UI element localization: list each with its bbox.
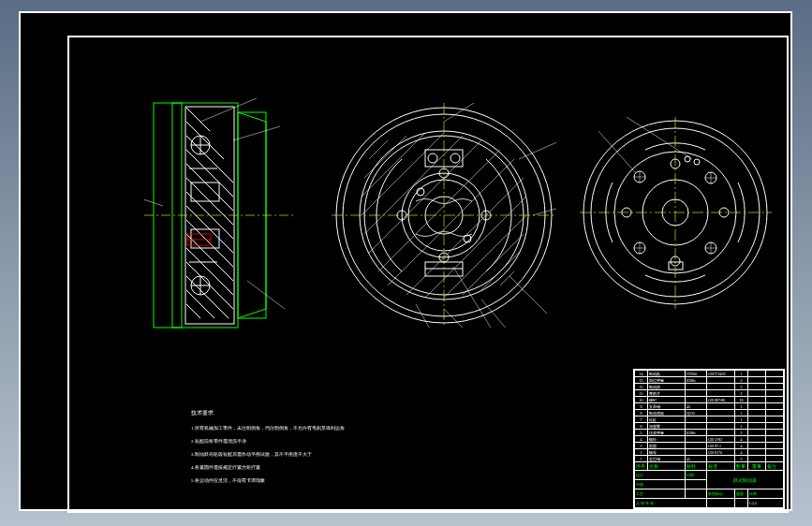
parts-list-row: 11摩擦片2 bbox=[635, 390, 784, 397]
svg-line-46 bbox=[444, 309, 472, 328]
svg-line-18 bbox=[233, 126, 280, 140]
parts-list-row: 5压紧弹簧65Mn2 bbox=[635, 430, 784, 436]
parts-list-table: 14制动鼓HT200GB/T 9439113回位弹簧65Mn212制动蹄211摩… bbox=[634, 370, 784, 508]
notes-line: 2.装配前各零件需清洗干净 bbox=[191, 438, 345, 445]
svg-line-17 bbox=[200, 98, 257, 122]
parts-list-row: 4螺栓GB 57824 bbox=[635, 436, 784, 443]
parts-list-row: 1定位销452 bbox=[635, 456, 784, 462]
parts-list-row: 10铆钉GB 867-8616 bbox=[635, 397, 784, 403]
parts-list-row: 12制动蹄2 bbox=[635, 384, 784, 390]
section-view bbox=[144, 94, 294, 337]
svg-point-32 bbox=[417, 188, 424, 196]
parts-list-row: 9支承销452 bbox=[635, 403, 784, 410]
cad-outer-frame: 技术要求 1.所有机械加工零件，未注明倒角，均注明倒角，不允许有毛刺及锋利边角 … bbox=[19, 11, 792, 511]
notes-title: 技术要求 bbox=[191, 409, 345, 416]
technical-notes: 技术要求 1.所有机械加工零件，未注明倒角，均注明倒角，不允许有毛刺及锋利边角 … bbox=[191, 402, 345, 490]
cad-inner-frame: 技术要求 1.所有机械加工零件，未注明倒角，均注明倒角，不允许有毛刺及锋利边角 … bbox=[67, 36, 789, 513]
notes-line: 4.各紧固件需按规定拧紧力矩拧紧 bbox=[191, 464, 345, 471]
title-row: 设计 日期 鼓式制动器 bbox=[635, 471, 784, 480]
notes-line: 1.所有机械加工零件，未注明倒角，均注明倒角，不允许有毛刺及锋利边角 bbox=[191, 425, 345, 431]
scale-value: 1:2.5 bbox=[747, 499, 783, 508]
title-block: 14制动鼓HT200GB/T 9439113回位弹簧65Mn212制动蹄211摩… bbox=[633, 369, 785, 509]
parts-list-row: 13回位弹簧65Mn2 bbox=[635, 377, 784, 384]
parts-list-row: 3垫圈GB 97.14 bbox=[635, 443, 784, 449]
svg-point-35 bbox=[428, 153, 437, 163]
parts-list-row: 6调整臂1 bbox=[635, 423, 784, 430]
notes-line: 3.制动鼓与轮毂装配后需作动平衡试验，其不平衡度不大于 bbox=[191, 451, 345, 458]
parts-list-row: 8制动底板Q2351 bbox=[635, 410, 784, 416]
parts-list-row: 2螺母GB 61704 bbox=[635, 449, 784, 456]
svg-point-36 bbox=[450, 153, 460, 163]
svg-point-71 bbox=[694, 159, 700, 165]
parts-list-row: 14制动鼓HT200GB/T 94391 bbox=[635, 371, 784, 377]
front-view bbox=[332, 103, 556, 328]
notes-line: 5.各运动件应灵活，不得有卡滞现象 bbox=[191, 477, 345, 484]
drawing-name: 鼓式制动器 bbox=[707, 471, 784, 489]
svg-line-48 bbox=[453, 267, 491, 328]
parts-list-header: 序号 名称 材料 标准 数量 重量 备注 bbox=[635, 462, 784, 471]
drawing-canvas: 技术要求 1.所有机械加工零件，未注明倒角，均注明倒角，不允许有毛刺及锋利边角 … bbox=[69, 37, 787, 511]
parts-list-row: 7轮缸1 bbox=[635, 416, 784, 423]
rear-view bbox=[580, 117, 772, 309]
